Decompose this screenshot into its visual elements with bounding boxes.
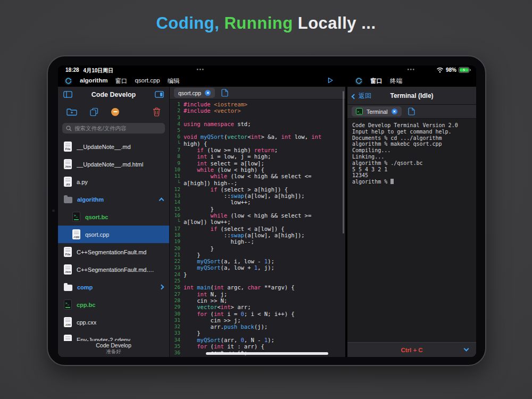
file-list: File__UpdateNote__.md.htm__UpdateNote__.… [58, 138, 169, 357]
code-line: 31 cin >> j; [170, 317, 345, 323]
file-row[interactable]: .htmC++SegmentationFault.md.… [58, 261, 169, 278]
menu-item[interactable]: algorithm [80, 77, 107, 85]
code-line: 24} [170, 271, 345, 278]
terminal-output[interactable]: Code Develop Terminal Version 2.0Input h… [347, 119, 476, 342]
code-line: 14 low++; [170, 199, 345, 205]
code-line: 29 vector<int> arr; [170, 304, 345, 310]
file-name: comp [77, 284, 93, 290]
code-line: 2#include <vector> [170, 107, 345, 114]
tab-label: Terminal [367, 109, 388, 115]
file-row[interactable]: comp [58, 278, 169, 296]
footer-status: 准备好 [58, 348, 169, 355]
file-name: cpp.bc [77, 302, 95, 308]
hide-button[interactable] [111, 108, 119, 116]
file-name: a.py [77, 179, 88, 185]
file-row[interactable]: .cxxcpp.cxx [58, 313, 169, 331]
wifi-icon [436, 67, 444, 73]
editor-scrollbar[interactable] [343, 91, 344, 234]
file-name: algorithm [77, 196, 104, 203]
file-row[interactable]: FileC++SegmentationFault.md [58, 243, 169, 261]
status-time: 18:28 [65, 67, 79, 74]
code-line: 27 int N, j; [170, 291, 345, 297]
close-tab-icon[interactable]: ✕ [392, 109, 397, 114]
tab-terminal[interactable]: Terminal ✕ [352, 106, 402, 117]
doc-icon: File [64, 247, 72, 257]
doc-icon: .cxx [64, 317, 72, 327]
code-line: └high) { [170, 140, 345, 147]
chevron-left-icon [352, 94, 357, 99]
back-button[interactable]: 返回 [352, 92, 371, 101]
chevron-up-icon[interactable] [159, 198, 164, 203]
code-line: 17 if (select < a[low]) { [170, 226, 345, 232]
code-line: 1#include <iostream> [170, 101, 345, 107]
menu-item[interactable]: 窗口 [370, 77, 383, 85]
terminal-line: 5 5 4 3 2 1 [352, 167, 471, 173]
terminal-line: Compiling... [352, 147, 471, 154]
page-title: Coding, Running Locally ... [0, 14, 532, 33]
terminal-line: algorithm % ./qsort.bc [352, 160, 471, 167]
file-row[interactable]: algorithm [58, 190, 169, 208]
terminal-title: Terminal (Idle) [390, 92, 433, 99]
code-line: 19 high--; [170, 238, 345, 245]
code-line: 8 int i = low, j = high; [170, 153, 345, 160]
code-line: 3 [170, 114, 345, 121]
code-line: 9 int select = a[low]; [170, 160, 345, 167]
editor-tab-bar: qsort.cpp ✕ [170, 87, 345, 99]
code-line: 16 while (low < high && select >= [170, 212, 345, 219]
new-file-icon[interactable] [221, 89, 228, 97]
close-tab-icon[interactable]: ✕ [205, 90, 211, 96]
code-develop-app-icon[interactable] [355, 77, 363, 85]
code-line: 25 [170, 278, 345, 284]
search-box[interactable] [62, 123, 165, 134]
trash-button[interactable] [153, 107, 161, 117]
file-row[interactable]: cpp.bc [58, 296, 169, 313]
chevron-down-icon[interactable] [464, 346, 469, 352]
code-line: 33 } [170, 330, 345, 336]
exec-icon [72, 212, 80, 222]
file-row[interactable]: .pya.py [58, 173, 169, 190]
ctrl-c-button[interactable]: Ctrl + C [401, 347, 422, 353]
file-row[interactable]: .cppqsort.cpp [58, 226, 169, 243]
code-line: └a[low]) low++; [170, 219, 345, 225]
panel-switch-icon[interactable] [155, 91, 164, 98]
run-button[interactable] [327, 77, 334, 84]
terminal-footer: Ctrl + C [347, 342, 476, 357]
code-editor[interactable]: qsort.cpp ✕ 1#include <iostream>2#includ… [170, 87, 345, 357]
new-folder-button[interactable] [66, 108, 77, 116]
menu-bar: algorithm窗口qsort.cpp编辑 窗口终端 [58, 75, 476, 87]
multitask-dots-left[interactable]: ••• [196, 66, 204, 72]
doc-icon: File [64, 142, 72, 152]
file-row[interactable]: File__UpdateNote__.md [58, 138, 169, 155]
home-indicator[interactable] [206, 352, 328, 355]
menu-item[interactable]: 编辑 [168, 77, 180, 85]
file-name: qsort.bc [85, 214, 108, 220]
doc-icon: .htm [64, 264, 72, 275]
search-icon [66, 126, 72, 131]
menu-item[interactable]: qsort.cpp [135, 77, 160, 85]
code-line: 4using namespace std; [170, 121, 345, 127]
code-line: 35 for (int it : arr) { [170, 343, 345, 350]
code-area[interactable]: 1#include <iostream>2#include <vector>34… [170, 100, 345, 357]
code-line: 28 cin >> N; [170, 297, 345, 304]
file-name: C++SegmentationFault.md.… [77, 267, 154, 273]
code-develop-app-icon[interactable] [64, 77, 72, 85]
menu-item[interactable]: 窗口 [115, 77, 127, 85]
duplicate-button[interactable] [90, 107, 98, 116]
file-name: C++SegmentationFault.md [77, 249, 146, 255]
file-row[interactable]: .htm__UpdateNote__.md.html [58, 155, 169, 173]
search-input[interactable] [74, 125, 161, 131]
chevron-right-icon[interactable] [159, 285, 164, 290]
code-line: 15 } [170, 206, 345, 212]
terminal-tab-bar: Terminal ✕ [347, 105, 476, 119]
file-row[interactable]: qsort.bc [58, 208, 169, 226]
sidebar-footer: Code Develop 准备好 [58, 341, 169, 357]
title-part: Running [219, 14, 293, 32]
file-name: qsort.cpp [85, 231, 109, 238]
code-line: 22 myQSort(a, i, low - 1); [170, 258, 345, 264]
tab-qsort-cpp[interactable]: qsort.cpp ✕ [174, 88, 215, 98]
battery-icon [459, 67, 471, 73]
new-terminal-icon[interactable] [408, 107, 415, 115]
title-part: Coding, [156, 14, 219, 32]
menu-item[interactable]: 终端 [390, 77, 402, 85]
multitask-dots-right[interactable]: ••• [407, 66, 415, 72]
